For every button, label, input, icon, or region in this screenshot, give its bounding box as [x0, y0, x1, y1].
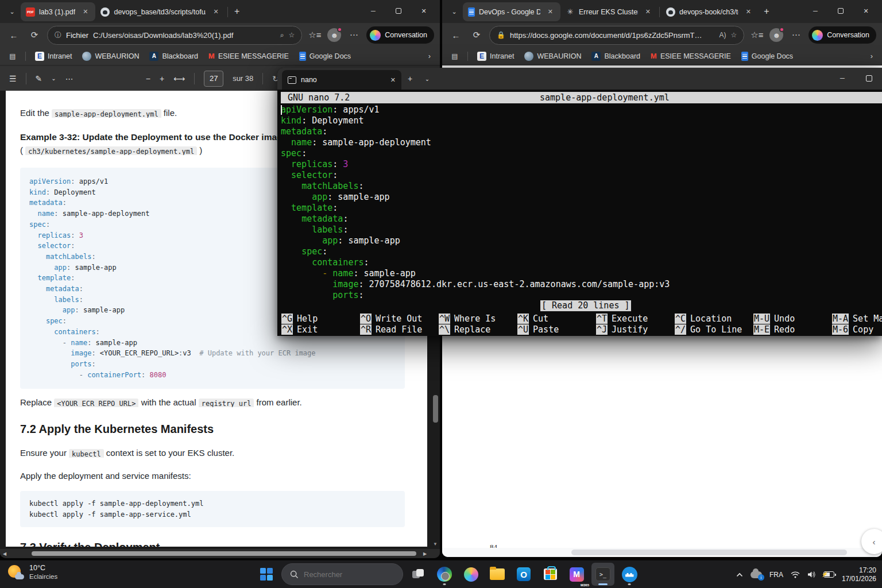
- favorite-star-icon[interactable]: ☆: [289, 31, 295, 39]
- scroll-down-arrow-icon[interactable]: ▼: [433, 541, 438, 547]
- zoom-icon[interactable]: ⌕: [280, 31, 284, 39]
- terminal-tab-dropdown-icon[interactable]: ⌄: [419, 69, 436, 88]
- taskbar-docker-button[interactable]: [618, 563, 641, 586]
- onedrive-icon[interactable]: [751, 571, 762, 578]
- lock-icon[interactable]: 🔒: [497, 31, 505, 39]
- taskbar-task-view-button[interactable]: [407, 563, 430, 586]
- highlighter-chevron-icon[interactable]: ⌄: [51, 75, 56, 82]
- taskbar-edge-button[interactable]: [433, 563, 456, 586]
- more-menu-icon[interactable]: ⋯: [788, 27, 804, 43]
- toolbar-more-icon[interactable]: ⋯: [65, 74, 74, 83]
- info-icon[interactable]: ⓘ: [55, 30, 61, 40]
- refresh-button[interactable]: ⟳: [26, 27, 42, 43]
- taskbar-weather-widget[interactable]: 10°C Eclaircies: [7, 563, 57, 581]
- pdf-vertical-scrollbar-thumb[interactable]: [433, 395, 438, 423]
- docs-side-panel-collapse-button[interactable]: ‹: [861, 529, 882, 554]
- bookmark-webaurion[interactable]: WEBAURION: [520, 49, 586, 63]
- docs-horizontal-scrollbar-thumb[interactable]: [571, 550, 847, 555]
- favorites-bar-icon[interactable]: ☆≡: [749, 27, 765, 43]
- back-button[interactable]: ←: [448, 27, 464, 43]
- taskbar-outlook-button[interactable]: O: [512, 563, 535, 586]
- url-text[interactable]: C:/Users/oisas/Downloads/lab3%20(1).pdf: [93, 31, 276, 40]
- bookmarks-overflow-chevron[interactable]: ›: [866, 52, 877, 60]
- tab-devops-google-docs[interactable]: DevOps - Google Do ✕: [463, 2, 560, 21]
- maximize-button[interactable]: [856, 68, 882, 88]
- tab-devops-book-github[interactable]: devops-book/ch3/tof ✕: [661, 2, 759, 21]
- taskbar-m365-button[interactable]: M M365: [565, 563, 588, 586]
- close-button[interactable]: ✕: [411, 0, 436, 22]
- profile-avatar[interactable]: ☻: [327, 28, 341, 42]
- taskbar-copilot-button[interactable]: [459, 563, 482, 586]
- left-address-bar[interactable]: ⓘ Fichier C:/Users/oisas/Downloads/lab3%…: [47, 26, 302, 45]
- volume-icon[interactable]: [807, 571, 816, 578]
- bookmark-esiee-messagerie[interactable]: MESIEE MESSAGERIE: [646, 49, 736, 63]
- read-aloud-icon[interactable]: A): [719, 31, 726, 39]
- bookmark-blackboard[interactable]: ABlackboard: [145, 49, 203, 63]
- terminal-new-tab-button[interactable]: +: [401, 69, 419, 88]
- highlighter-icon[interactable]: ✎: [36, 74, 42, 83]
- taskbar-file-explorer-button[interactable]: [486, 563, 509, 586]
- bookmarks-overflow-chevron[interactable]: ›: [424, 52, 435, 60]
- bookmark-webaurion[interactable]: WEBAURION: [78, 49, 144, 63]
- minimize-button[interactable]: ─: [361, 0, 386, 22]
- minimize-button[interactable]: ─: [803, 0, 828, 22]
- bookmark-intranet[interactable]: EIntranet: [473, 49, 519, 63]
- bookmark-google-docs[interactable]: Google Docs: [737, 49, 798, 63]
- bookmark-esiee-messagerie[interactable]: MESIEE MESSAGERIE: [204, 49, 293, 63]
- new-tab-button[interactable]: +: [229, 3, 245, 20]
- maximize-button[interactable]: [386, 0, 411, 22]
- docs-horizontal-scrollbar[interactable]: [442, 548, 882, 557]
- tab-close-icon[interactable]: ✕: [80, 7, 90, 17]
- tab-close-icon[interactable]: ✕: [643, 7, 653, 17]
- favorites-bar-icon[interactable]: ☆≡: [307, 27, 323, 43]
- maximize-button[interactable]: [828, 0, 853, 22]
- profile-avatar[interactable]: ☻: [769, 28, 783, 42]
- terminal-tab-nano[interactable]: nano ✕: [282, 70, 401, 90]
- copilot-conversation-button[interactable]: Conversation: [366, 26, 434, 44]
- close-button[interactable]: ✕: [853, 0, 879, 22]
- refresh-button[interactable]: ⟳: [469, 27, 485, 43]
- reading-list-icon[interactable]: ▤: [5, 48, 21, 64]
- scroll-right-arrow-icon[interactable]: ▶: [420, 551, 430, 556]
- toc-icon[interactable]: ☰: [9, 74, 17, 83]
- search-input[interactable]: [304, 570, 390, 579]
- new-tab-button[interactable]: +: [759, 3, 775, 20]
- favorite-star-icon[interactable]: ☆: [731, 31, 737, 39]
- pdf-horizontal-scrollbar[interactable]: ◀ ▶: [0, 549, 440, 558]
- taskbar-search-box[interactable]: [281, 563, 403, 585]
- pdf-horizontal-scrollbar-thumb[interactable]: [32, 551, 416, 556]
- terminal-titlebar[interactable]: nano ✕ + ⌄ ─: [277, 68, 882, 90]
- back-button[interactable]: ←: [6, 27, 22, 43]
- bookmark-intranet[interactable]: EIntranet: [30, 49, 76, 63]
- start-button[interactable]: [255, 563, 278, 586]
- scroll-left-arrow-icon[interactable]: ◀: [0, 551, 9, 556]
- tab-close-icon[interactable]: ✕: [390, 76, 396, 84]
- bookmark-google-docs[interactable]: Google Docs: [295, 49, 355, 63]
- copilot-conversation-button[interactable]: Conversation: [808, 26, 876, 44]
- tab-erreur-eks-cluster[interactable]: ✳ Erreur EKS Cluster ✕: [560, 2, 658, 21]
- tab-search-chevron-icon[interactable]: ⌄: [3, 2, 21, 21]
- nano-buffer[interactable]: apiVersion: apps/v1kind: Deploymentmetad…: [281, 105, 882, 301]
- minimize-button[interactable]: ─: [829, 68, 856, 88]
- tab-close-icon[interactable]: ✕: [546, 7, 555, 17]
- fit-width-icon[interactable]: ⟷: [173, 74, 185, 83]
- tab-devops-base-github[interactable]: devops_base/td3/scripts/tofu/mod ✕: [95, 2, 226, 21]
- right-address-bar[interactable]: 🔒 https://docs.google.com/document/d/1ps…: [489, 26, 744, 45]
- url-text[interactable]: https://docs.google.com/document/d/1ps6z…: [510, 31, 715, 40]
- reading-list-icon[interactable]: ▤: [447, 48, 463, 64]
- wifi-icon[interactable]: [791, 571, 800, 578]
- tab-lab3-pdf[interactable]: PDF lab3 (1).pdf ✕: [21, 2, 95, 21]
- nano-editor[interactable]: GNU nano 7.2 sample-app-deployment.yml a…: [277, 90, 882, 336]
- zoom-in-button[interactable]: +: [160, 74, 164, 83]
- taskbar-store-button[interactable]: [539, 563, 562, 586]
- language-indicator[interactable]: FRA: [769, 571, 783, 579]
- taskbar-clock[interactable]: 17:20 17/01/2026: [842, 566, 876, 583]
- page-number-input[interactable]: [204, 71, 223, 87]
- bookmark-blackboard[interactable]: ABlackboard: [587, 49, 645, 63]
- tab-close-icon[interactable]: ✕: [744, 7, 753, 17]
- more-menu-icon[interactable]: ⋯: [346, 27, 362, 43]
- taskbar-terminal-button[interactable]: >_: [591, 563, 614, 586]
- battery-icon[interactable]: ⚡: [823, 571, 834, 578]
- zoom-out-button[interactable]: −: [146, 74, 150, 83]
- tab-search-chevron-icon[interactable]: ⌄: [446, 2, 463, 21]
